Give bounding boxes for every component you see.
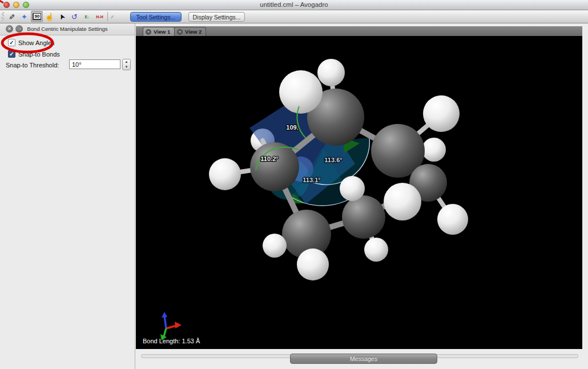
align-tool-icon: ∕∕ [111,15,112,19]
snap-to-bonds-row: ✓ Snap-to Bonds [8,50,60,58]
messages-button[interactable]: Messages [290,354,437,364]
tool-icons-group: ✎✦90☝➤↺E↓H-H∕∕ [6,10,119,23]
tool-settings-button[interactable]: Tool Settings... [130,12,182,22]
snap-to-bonds-label: Snap-to Bonds [18,51,60,58]
tab-view-1[interactable]: ✕ View 1 [143,27,175,36]
dock-header: ✕ → Bond Centric Manipulate Settings [0,23,135,35]
tab-label: View 2 [185,29,202,35]
auto-optimize-tool-icon: E↓ [84,15,89,19]
y-axis-green [164,328,166,336]
molecule-canvas[interactable]: 110.2°109.113.6°113.1°Bond Length: 1.53 … [136,36,582,349]
display-settings-button[interactable]: Display Settings... [188,12,245,22]
atom-H[interactable] [423,95,460,132]
stepper-down-icon[interactable]: ▼ [123,65,130,70]
navigate-tool-icon: ✦ [21,13,27,21]
bond-centric-manipulate-tool-icon: 90 [33,13,42,20]
snap-threshold-stepper[interactable]: ▲ ▼ [122,59,131,70]
atom-H[interactable] [317,59,345,86]
auto-rotate-tool[interactable]: ↺ [69,11,80,22]
measure-tool-icon: H-H [96,15,103,19]
window-title: untitled.cml – Avogadro [0,1,588,8]
angle-label: 113.6° [324,157,342,163]
tab-close-icon[interactable]: ✕ [177,29,183,35]
atom-C[interactable] [250,142,299,191]
tab-close-icon[interactable]: ✕ [146,29,151,35]
selection-tool-icon: ➤ [57,12,66,21]
avogadro-window: untitled.cml – Avogadro ✎✦90☝➤↺E↓H-H∕∕ T… [0,0,588,369]
atom-H[interactable] [437,204,468,235]
dock-title: Bond Centric Manipulate Settings [0,26,135,32]
manipulate-tool-icon: ☝ [45,13,54,21]
align-tool[interactable]: ∕∕ [106,11,118,22]
auto-optimize-tool[interactable]: E↓ [81,11,93,22]
atom-H[interactable] [422,138,446,162]
auto-rotate-tool-icon: ↺ [71,13,78,21]
atom-H[interactable] [297,248,329,280]
atom-H[interactable] [384,183,421,220]
title-bar: untitled.cml – Avogadro [0,0,588,10]
bond-length-label: Bond Length: 1.53 Å [143,338,200,344]
toolbar: ✎✦90☝➤↺E↓H-H∕∕ Tool Settings... Display … [0,10,588,23]
x-axis-red [166,326,176,328]
x-axis-red-head [175,322,182,328]
manipulate-tool[interactable]: ☝ [43,11,55,22]
atom-H[interactable] [364,238,388,262]
draw-tool[interactable]: ✎ [6,11,18,22]
atom-H[interactable] [263,234,287,258]
angle-label: 109. [286,124,298,131]
toolbar-grip [2,12,4,21]
z-axis-blue-head [162,312,167,318]
show-angles-label: Show Angles [18,39,55,46]
navigate-tool[interactable]: ✦ [18,11,30,22]
atom-H[interactable] [209,158,241,190]
atom-C[interactable] [342,195,385,239]
angle-label: 113.1° [303,177,320,183]
toolbar-separator [107,12,108,21]
z-axis-blue [164,316,166,328]
angle-label: 110.2° [260,155,278,162]
atom-H[interactable] [340,176,365,201]
view-tab-bar: ✕ View 1 ✕ View 2 [136,26,582,36]
selection-tool[interactable]: ➤ [56,11,68,22]
tab-label: View 1 [154,29,170,35]
stepper-up-icon[interactable]: ▲ [123,59,130,65]
show-angles-checkbox[interactable]: ✓ [8,39,15,46]
tab-view-2[interactable]: ✕ View 2 [174,27,206,36]
draw-tool-icon: ✎ [8,14,15,20]
atom-H[interactable] [279,70,323,114]
snap-threshold-input[interactable] [69,59,120,69]
gl-viewport[interactable]: 110.2°109.113.6°113.1°Bond Length: 1.53 … [136,36,582,349]
bond-centric-settings-panel: ✕ → Bond Centric Manipulate Settings ✓ S… [0,23,135,369]
snap-threshold-label: Snap-to Threshold: [6,62,59,69]
snap-to-bonds-checkbox[interactable]: ✓ [8,50,15,58]
bond-centric-manipulate-tool[interactable]: 90 [31,11,43,22]
measure-tool[interactable]: H-H [94,11,106,22]
show-angles-row: ✓ Show Angles [8,39,55,46]
